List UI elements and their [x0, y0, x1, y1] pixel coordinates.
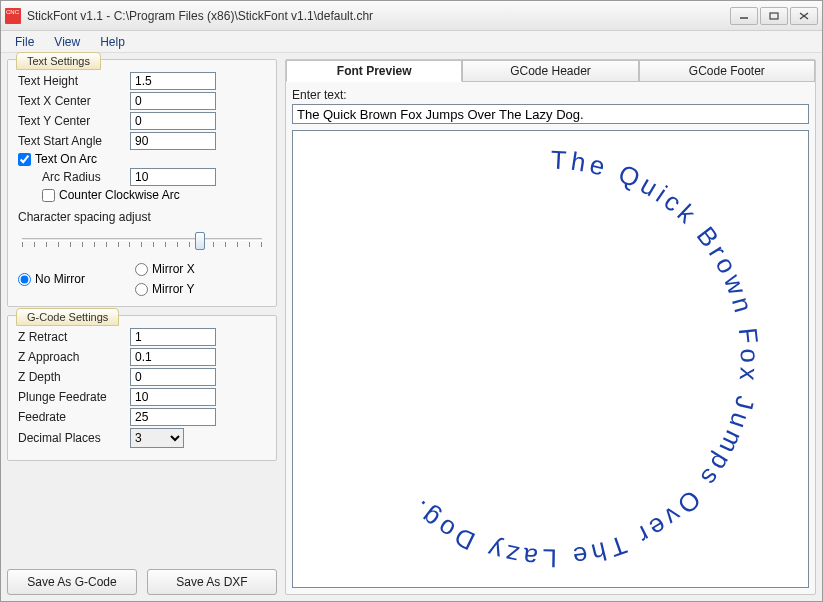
- zapproach-label: Z Approach: [18, 350, 130, 364]
- zretract-input[interactable]: [130, 328, 216, 346]
- font-preview-canvas: The Quick Brown Fox Jumps Over The Lazy …: [292, 130, 809, 588]
- zdepth-label: Z Depth: [18, 370, 130, 384]
- app-icon: [5, 8, 21, 24]
- plunge-feedrate-label: Plunge Feedrate: [18, 390, 130, 404]
- char-spacing-slider[interactable]: [22, 230, 262, 250]
- save-dxf-button[interactable]: Save As DXF: [147, 569, 277, 595]
- text-start-angle-label: Text Start Angle: [18, 134, 130, 148]
- tab-font-preview[interactable]: Font Preview: [286, 60, 462, 82]
- mirror-none-radio[interactable]: No Mirror: [18, 262, 85, 296]
- right-panel: Font Preview GCode Header GCode Footer E…: [285, 59, 816, 595]
- text-on-arc-label: Text On Arc: [35, 152, 97, 166]
- mirror-radio-group: No Mirror Mirror X Mirror Y: [18, 262, 266, 296]
- arc-radius-input[interactable]: [130, 168, 216, 186]
- preview-tabs: Font Preview GCode Header GCode Footer: [286, 60, 815, 82]
- mirror-x-radio[interactable]: Mirror X: [135, 262, 195, 276]
- minimize-button[interactable]: [730, 7, 758, 25]
- tab-gcode-header[interactable]: GCode Header: [462, 60, 638, 82]
- svg-rect-1: [770, 13, 778, 19]
- app-window: StickFont v1.1 - C:\Program Files (x86)\…: [0, 0, 823, 602]
- char-spacing-label: Character spacing adjust: [18, 210, 266, 224]
- titlebar: StickFont v1.1 - C:\Program Files (x86)\…: [1, 1, 822, 31]
- save-buttons-row: Save As G-Code Save As DXF: [7, 567, 277, 595]
- feedrate-input[interactable]: [130, 408, 216, 426]
- zdepth-input[interactable]: [130, 368, 216, 386]
- ccw-arc-label: Counter Clockwise Arc: [59, 188, 180, 202]
- feedrate-label: Feedrate: [18, 410, 130, 424]
- window-buttons: [730, 7, 818, 25]
- decimal-places-label: Decimal Places: [18, 431, 130, 445]
- menu-help[interactable]: Help: [92, 33, 133, 51]
- arc-radius-label: Arc Radius: [42, 170, 130, 184]
- window-title: StickFont v1.1 - C:\Program Files (x86)\…: [27, 9, 730, 23]
- gcode-settings-legend: G-Code Settings: [16, 308, 119, 326]
- text-height-label: Text Height: [18, 74, 130, 88]
- client-area: Text Settings Text Height Text X Center …: [1, 53, 822, 601]
- text-xcenter-input[interactable]: [130, 92, 216, 110]
- maximize-button[interactable]: [760, 7, 788, 25]
- text-start-angle-input[interactable]: [130, 132, 216, 150]
- close-button[interactable]: [790, 7, 818, 25]
- decimal-places-select[interactable]: 3: [130, 428, 184, 448]
- menu-view[interactable]: View: [46, 33, 88, 51]
- slider-thumb[interactable]: [195, 232, 205, 250]
- mirror-y-radio[interactable]: Mirror Y: [135, 282, 195, 296]
- text-xcenter-label: Text X Center: [18, 94, 130, 108]
- enter-text-input[interactable]: [292, 104, 809, 124]
- gcode-settings-group: G-Code Settings Z Retract Z Approach Z D…: [7, 315, 277, 461]
- plunge-feedrate-input[interactable]: [130, 388, 216, 406]
- text-ycenter-input[interactable]: [130, 112, 216, 130]
- text-height-input[interactable]: [130, 72, 216, 90]
- zretract-label: Z Retract: [18, 330, 130, 344]
- ccw-arc-checkbox[interactable]: [42, 189, 55, 202]
- svg-text:The Quick Brown Fox Jumps Over: The Quick Brown Fox Jumps Over The Lazy …: [403, 145, 764, 572]
- tab-gcode-footer[interactable]: GCode Footer: [639, 60, 815, 82]
- enter-text-label: Enter text:: [292, 88, 809, 102]
- text-settings-legend: Text Settings: [16, 52, 101, 70]
- circle-text-svg: The Quick Brown Fox Jumps Over The Lazy …: [293, 131, 808, 587]
- save-gcode-button[interactable]: Save As G-Code: [7, 569, 137, 595]
- text-ycenter-label: Text Y Center: [18, 114, 130, 128]
- zapproach-input[interactable]: [130, 348, 216, 366]
- left-panel: Text Settings Text Height Text X Center …: [7, 59, 277, 595]
- menubar: File View Help: [1, 31, 822, 53]
- text-on-arc-checkbox[interactable]: [18, 153, 31, 166]
- text-settings-group: Text Settings Text Height Text X Center …: [7, 59, 277, 307]
- menu-file[interactable]: File: [7, 33, 42, 51]
